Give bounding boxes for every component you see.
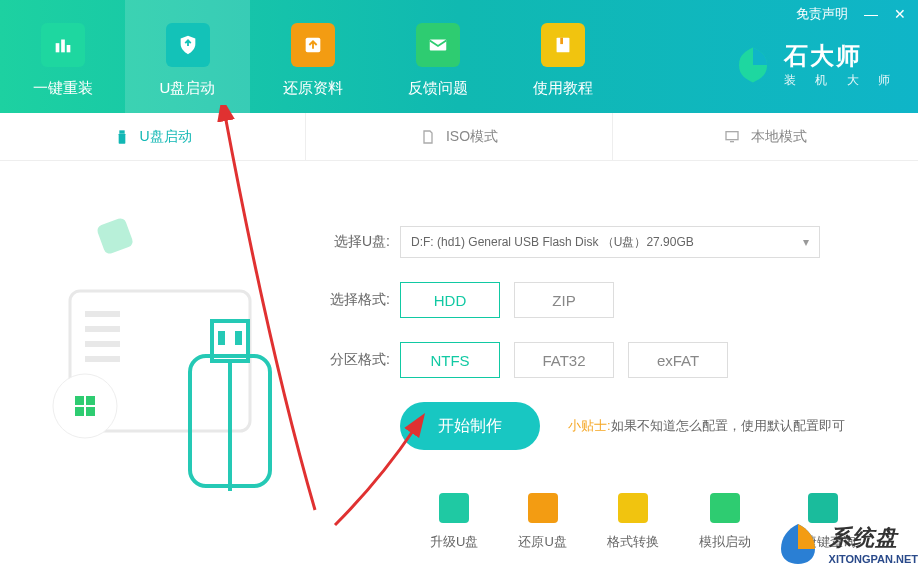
- chart-icon: [41, 23, 85, 67]
- svg-rect-24: [75, 407, 84, 416]
- tool-label: 模拟启动: [699, 533, 751, 551]
- upload-icon: [291, 23, 335, 67]
- iso-icon: [420, 129, 436, 145]
- tool-simulate-boot[interactable]: 模拟启动: [699, 493, 751, 551]
- shield-icon: [166, 23, 210, 67]
- tab-label: 还原资料: [283, 79, 343, 98]
- tool-label: 格式转换: [607, 533, 659, 551]
- disclaimer-link[interactable]: 免责声明: [796, 5, 848, 23]
- svg-rect-14: [85, 326, 120, 332]
- close-button[interactable]: ✕: [894, 7, 906, 21]
- tab-label: 反馈问题: [408, 79, 468, 98]
- chevron-down-icon: ▾: [803, 235, 809, 249]
- svg-rect-15: [85, 341, 120, 347]
- tool-upgrade-usb[interactable]: 升级U盘: [430, 493, 478, 551]
- tool-label: 还原U盘: [518, 533, 566, 551]
- usb-upgrade-icon: [439, 493, 469, 523]
- watermark-cn: 系统盘: [829, 523, 898, 553]
- envelope-icon: [416, 23, 460, 67]
- brand-logo-icon: [732, 44, 774, 86]
- subtab-label: 本地模式: [751, 128, 807, 146]
- app-header: 免责声明 — ✕ 一键重装 U盘启动 还原资料 反馈问题: [0, 0, 918, 113]
- partition-options: NTFS FAT32 exFAT: [400, 342, 728, 378]
- format-options: HDD ZIP: [400, 282, 614, 318]
- start-button[interactable]: 开始制作: [400, 402, 540, 450]
- tab-feedback[interactable]: 反馈问题: [375, 0, 500, 113]
- svg-rect-11: [96, 217, 134, 255]
- watermark: 系统盘 XITONGPAN.NET: [773, 519, 918, 569]
- select-usb-label: 选择U盘:: [320, 233, 390, 251]
- svg-rect-19: [218, 331, 225, 345]
- svg-rect-7: [119, 130, 124, 133]
- tab-tutorial[interactable]: 使用教程: [500, 0, 625, 113]
- format-convert-icon: [618, 493, 648, 523]
- partition-option-ntfs[interactable]: NTFS: [400, 342, 500, 378]
- svg-rect-10: [730, 141, 734, 142]
- watermark-en: XITONGPAN.NET: [829, 553, 918, 565]
- tab-label: 使用教程: [533, 79, 593, 98]
- tab-usb-boot[interactable]: U盘启动: [125, 0, 250, 113]
- svg-rect-22: [75, 396, 84, 405]
- usb-select-value: D:F: (hd1) General USB Flash Disk （U盘）27…: [411, 234, 694, 251]
- minimize-button[interactable]: —: [864, 7, 878, 21]
- brand-subtitle: 装 机 大 师: [784, 72, 898, 89]
- subtabs: U盘启动 ISO模式 本地模式: [0, 113, 918, 161]
- svg-rect-0: [55, 43, 59, 52]
- usb-icon: [114, 129, 130, 145]
- svg-rect-1: [61, 40, 65, 53]
- svg-rect-16: [85, 356, 120, 362]
- subtab-usb[interactable]: U盘启动: [0, 113, 306, 160]
- svg-rect-25: [86, 407, 95, 416]
- titlebar: 免责声明 — ✕: [796, 5, 906, 23]
- usb-select[interactable]: D:F: (hd1) General USB Flash Disk （U盘）27…: [400, 226, 820, 258]
- subtab-iso[interactable]: ISO模式: [306, 113, 612, 160]
- svg-rect-23: [86, 396, 95, 405]
- illustration: [0, 161, 310, 579]
- svg-rect-6: [560, 38, 563, 44]
- subtab-label: ISO模式: [446, 128, 498, 146]
- svg-rect-13: [85, 311, 120, 317]
- tool-restore-usb[interactable]: 还原U盘: [518, 493, 566, 551]
- subtab-local[interactable]: 本地模式: [613, 113, 918, 160]
- partition-label: 分区格式:: [320, 351, 390, 369]
- svg-rect-2: [66, 45, 70, 52]
- tip-label: 小贴士:: [568, 417, 611, 435]
- brand-title: 石大师: [784, 40, 898, 72]
- brand: 石大师 装 机 大 师: [732, 40, 898, 89]
- tab-reinstall[interactable]: 一键重装: [0, 0, 125, 113]
- partition-option-exfat[interactable]: exFAT: [628, 342, 728, 378]
- svg-point-21: [53, 374, 117, 438]
- tab-restore[interactable]: 还原资料: [250, 0, 375, 113]
- format-option-hdd[interactable]: HDD: [400, 282, 500, 318]
- header-tabs: 一键重装 U盘启动 还原资料 反馈问题 使用教程: [0, 0, 625, 113]
- book-icon: [541, 23, 585, 67]
- simulate-boot-icon: [710, 493, 740, 523]
- svg-rect-20: [235, 331, 242, 345]
- format-label: 选择格式:: [320, 291, 390, 309]
- tool-label: 升级U盘: [430, 533, 478, 551]
- format-option-zip[interactable]: ZIP: [514, 282, 614, 318]
- monitor-icon: [723, 129, 741, 145]
- tip-text: 如果不知道怎么配置，使用默认配置即可: [611, 417, 845, 435]
- subtab-label: U盘启动: [140, 128, 192, 146]
- watermark-logo-icon: [773, 519, 823, 569]
- svg-rect-9: [726, 131, 738, 139]
- tool-format-convert[interactable]: 格式转换: [607, 493, 659, 551]
- tab-label: U盘启动: [160, 79, 216, 98]
- usb-restore-icon: [528, 493, 558, 523]
- svg-rect-8: [118, 133, 125, 143]
- tab-label: 一键重装: [33, 79, 93, 98]
- partition-option-fat32[interactable]: FAT32: [514, 342, 614, 378]
